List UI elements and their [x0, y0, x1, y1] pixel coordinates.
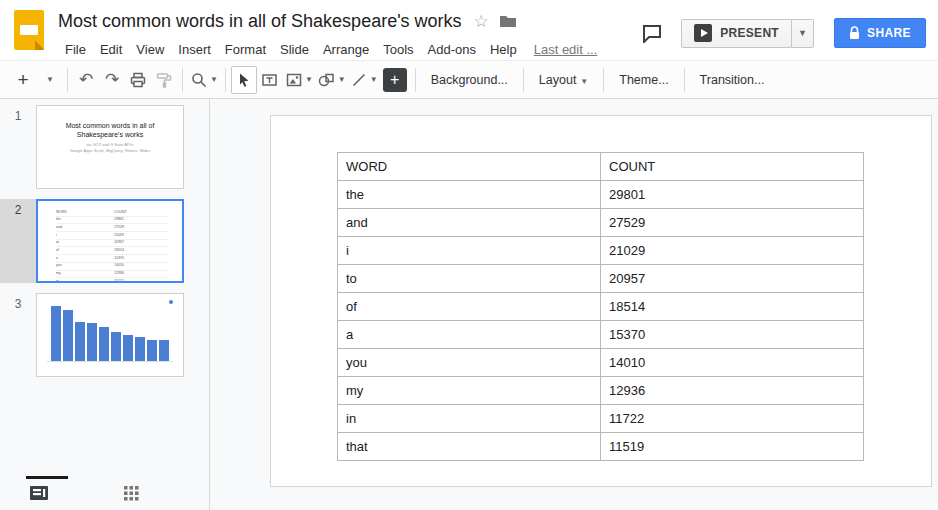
slide-thumbnail-2[interactable]: 2 WORDCOUNTthe29801and27529i21029to20957… [0, 199, 209, 283]
table-cell[interactable]: 11722 [601, 405, 864, 433]
slide-thumbnail-1[interactable]: 1 Most common words in all of Shakespear… [0, 105, 209, 189]
grid-view-button[interactable] [124, 486, 139, 501]
menu-edit[interactable]: Edit [93, 39, 129, 60]
view-mode-indicator [26, 476, 68, 479]
table-cell[interactable]: the [338, 181, 601, 209]
table-cell[interactable]: you [338, 349, 601, 377]
mini-chart-bar [123, 335, 133, 361]
table-cell[interactable]: 14010 [601, 349, 864, 377]
menu-help[interactable]: Help [483, 39, 524, 60]
redo-button[interactable]: ↷ [99, 66, 125, 94]
text-box-tool-button[interactable] [257, 66, 283, 94]
insert-plus-button[interactable]: + [383, 68, 407, 92]
folder-icon[interactable] [499, 14, 517, 29]
comments-button[interactable] [637, 19, 667, 47]
table-cell[interactable]: 18514 [601, 293, 864, 321]
app-header: Most common words in all of Shakespeare'… [0, 0, 938, 60]
table-row[interactable]: i21029 [338, 237, 864, 265]
layout-button[interactable]: Layout▼ [529, 67, 598, 93]
table-header-cell[interactable]: WORD [338, 153, 601, 181]
slide-table-body: the29801and27529i21029to20957of18514a153… [338, 181, 864, 461]
new-slide-button[interactable]: + [10, 66, 36, 94]
table-row[interactable]: you14010 [338, 349, 864, 377]
slides-logo-icon[interactable] [14, 10, 44, 50]
menu-addons[interactable]: Add-ons [421, 39, 483, 60]
mini-chart-bar [63, 310, 73, 361]
current-slide[interactable]: WORDCOUNT the29801and27529i21029to20957o… [270, 115, 932, 487]
slide-table: WORDCOUNT the29801and27529i21029to20957o… [337, 152, 864, 461]
table-row[interactable]: the29801 [338, 181, 864, 209]
mini-chart-bars [47, 306, 173, 362]
table-cell[interactable]: in [338, 405, 601, 433]
line-tool-button[interactable]: ▼ [348, 66, 380, 94]
table-cell[interactable]: 11519 [601, 433, 864, 461]
mini-chart-bar [87, 323, 97, 362]
mini-table-row: and27529 [56, 224, 168, 232]
toolbar: + ▼ ↶ ↷ ▼ ▼ ▼ ▼ + Background... Layout▼ … [0, 60, 938, 99]
table-cell[interactable]: 15370 [601, 321, 864, 349]
mini-table-row: WORDCOUNT [56, 209, 168, 217]
new-slide-caret[interactable]: ▼ [36, 66, 62, 94]
table-cell[interactable]: a [338, 321, 601, 349]
star-icon[interactable]: ☆ [474, 11, 489, 32]
menu-tools[interactable]: Tools [376, 39, 420, 60]
present-button[interactable]: PRESENT [681, 19, 792, 48]
mini-table-row: the29801 [56, 217, 168, 225]
table-row[interactable]: in11722 [338, 405, 864, 433]
menu-slide[interactable]: Slide [273, 39, 316, 60]
menu-insert[interactable]: Insert [171, 39, 218, 60]
theme-button[interactable]: Theme... [609, 67, 678, 93]
table-row[interactable]: to20957 [338, 265, 864, 293]
mini-chart-bar [135, 337, 145, 361]
menu-arrange[interactable]: Arrange [316, 39, 376, 60]
slide-canvas: WORDCOUNT the29801and27529i21029to20957o… [210, 99, 938, 510]
table-row[interactable]: and27529 [338, 209, 864, 237]
insert-image-button[interactable]: ▼ [283, 66, 315, 94]
document-title[interactable]: Most common words in all of Shakespeare'… [58, 11, 462, 32]
slide-thumbnail-3[interactable]: 3 [0, 293, 209, 377]
mini-chart-bar [99, 327, 109, 361]
table-cell[interactable]: of [338, 293, 601, 321]
slide-number: 1 [0, 105, 36, 189]
mini-table-row: you14010 [56, 263, 168, 271]
share-button[interactable]: SHARE [834, 18, 926, 48]
transition-button[interactable]: Transition... [690, 67, 775, 93]
lock-icon [849, 26, 860, 40]
filmstrip-view-button[interactable] [30, 486, 48, 500]
present-options-caret[interactable]: ▼ [792, 19, 814, 48]
table-cell[interactable]: 12936 [601, 377, 864, 405]
mini-table-row: a15370 [56, 255, 168, 263]
paint-format-button[interactable] [151, 66, 177, 94]
table-cell[interactable]: that [338, 433, 601, 461]
table-cell[interactable]: i [338, 237, 601, 265]
menu-file[interactable]: File [58, 39, 93, 60]
zoom-button[interactable]: ▼ [188, 66, 220, 94]
mini-chart-bar [51, 306, 61, 361]
table-cell[interactable]: 21029 [601, 237, 864, 265]
table-cell[interactable]: to [338, 265, 601, 293]
undo-button[interactable]: ↶ [73, 66, 99, 94]
table-row[interactable]: of18514 [338, 293, 864, 321]
mini-table: WORDCOUNTthe29801and27529i21029to20957of… [38, 201, 182, 283]
table-row[interactable]: that11519 [338, 433, 864, 461]
last-edit-link[interactable]: Last edit ... [534, 42, 598, 57]
shape-tool-button[interactable]: ▼ [315, 66, 348, 94]
background-button[interactable]: Background... [421, 67, 518, 93]
table-cell[interactable]: and [338, 209, 601, 237]
slide-number: 2 [0, 199, 36, 283]
table-cell[interactable]: 29801 [601, 181, 864, 209]
print-button[interactable] [125, 66, 151, 94]
table-cell[interactable]: 20957 [601, 265, 864, 293]
slide-table-head-row: WORDCOUNT [338, 153, 864, 181]
table-row[interactable]: a15370 [338, 321, 864, 349]
mini-chart-bar [75, 322, 85, 361]
menu-format[interactable]: Format [218, 39, 273, 60]
table-row[interactable]: my12936 [338, 377, 864, 405]
table-header-cell[interactable]: COUNT [601, 153, 864, 181]
table-cell[interactable]: 27529 [601, 209, 864, 237]
table-cell[interactable]: my [338, 377, 601, 405]
select-tool-button[interactable] [231, 66, 257, 94]
mini-table-row: i21029 [56, 232, 168, 240]
mini-table-row: in11722 [56, 278, 168, 283]
menu-view[interactable]: View [129, 39, 171, 60]
